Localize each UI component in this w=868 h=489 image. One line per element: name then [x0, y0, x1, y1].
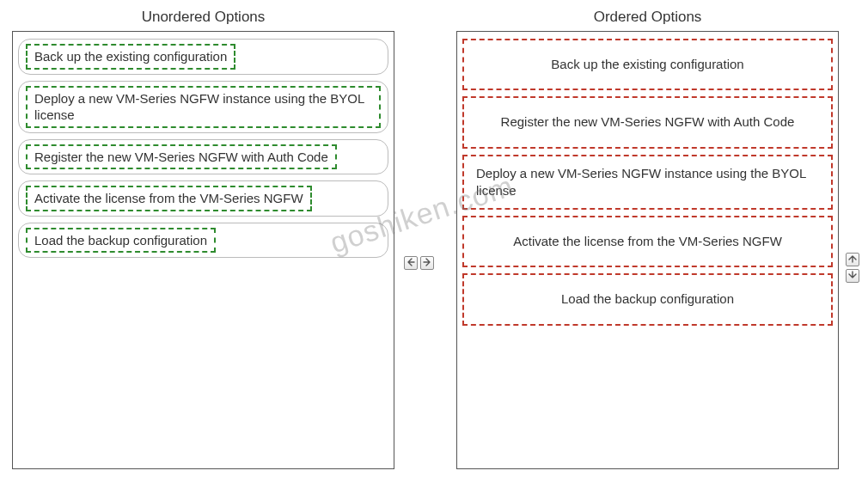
unordered-item-label: Load the backup configuration: [26, 228, 216, 254]
ordered-item[interactable]: Deploy a new VM-Series NGFW instance usi…: [462, 155, 833, 211]
move-right-button[interactable]: [420, 256, 434, 270]
unordered-item-label: Register the new VM-Series NGFW with Aut…: [26, 144, 337, 170]
arrow-right-icon: [423, 257, 431, 269]
ordered-item-label: Register the new VM-Series NGFW with Aut…: [501, 113, 795, 131]
unordered-item-label: Activate the license from the VM-Series …: [26, 186, 312, 211]
move-left-button[interactable]: [404, 256, 418, 270]
ordered-panel: Back up the existing configuration Regis…: [456, 31, 839, 469]
unordered-item[interactable]: Back up the existing configuration: [18, 39, 388, 75]
ordered-item-label: Deploy a new VM-Series NGFW instance usi…: [476, 165, 819, 200]
main-container: Unordered Options Back up the existing c…: [0, 0, 868, 478]
move-up-button[interactable]: [846, 253, 859, 266]
ordered-column: Ordered Options Back up the existing con…: [456, 9, 839, 469]
unordered-item[interactable]: Activate the license from the VM-Series …: [18, 180, 388, 217]
move-up-down-controls: [846, 253, 859, 283]
arrow-down-icon: [848, 270, 857, 282]
ordered-item[interactable]: Back up the existing configuration: [462, 39, 833, 90]
unordered-item-label: Deploy a new VM-Series NGFW instance usi…: [26, 86, 381, 128]
ordered-item[interactable]: Register the new VM-Series NGFW with Aut…: [462, 96, 833, 148]
arrow-left-icon: [406, 257, 415, 269]
unordered-column: Unordered Options Back up the existing c…: [12, 9, 394, 469]
ordered-item-label: Activate the license from the VM-Series …: [513, 233, 782, 250]
move-left-right-controls: [404, 256, 434, 270]
unordered-panel: Back up the existing configuration Deplo…: [12, 31, 394, 469]
unordered-heading: Unordered Options: [142, 9, 266, 26]
move-down-button[interactable]: [846, 269, 859, 283]
unordered-item[interactable]: Deploy a new VM-Series NGFW instance usi…: [18, 81, 388, 133]
unordered-item-label: Back up the existing configuration: [26, 44, 235, 70]
ordered-item-label: Load the backup configuration: [561, 290, 734, 308]
unordered-item[interactable]: Register the new VM-Series NGFW with Aut…: [18, 139, 388, 175]
arrow-up-icon: [848, 254, 857, 266]
ordered-item-label: Back up the existing configuration: [551, 56, 743, 73]
ordered-item[interactable]: Activate the license from the VM-Series …: [462, 216, 833, 267]
unordered-item[interactable]: Load the backup configuration: [18, 223, 388, 259]
ordered-item[interactable]: Load the backup configuration: [462, 273, 833, 325]
ordered-heading: Ordered Options: [594, 9, 702, 26]
